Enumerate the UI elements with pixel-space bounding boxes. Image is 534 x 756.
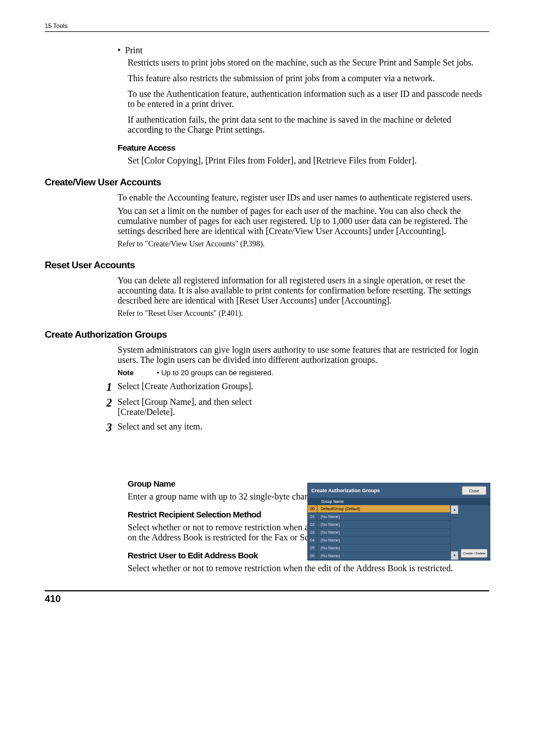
header-rule <box>45 31 489 32</box>
restrict-edit-body: Select whether or not to remove restrict… <box>128 563 484 573</box>
reset-p1: You can delete all registered informatio… <box>118 276 484 306</box>
header-breadcrumb: 15 Tools <box>45 22 489 29</box>
feature-access-body: Set [Color Copying], [Print Files from F… <box>128 156 484 166</box>
auth-groups-p1: System administrators can give login use… <box>118 345 484 365</box>
row-name: (No Name) <box>317 515 340 519</box>
ui-body: 00 DefaultGroup (Default) 01 (No Name) 0… <box>308 505 490 560</box>
row-name: (No Name) <box>317 546 340 550</box>
print-p4: If authentication fails, the print data … <box>128 115 484 135</box>
note-row: Note • Up to 20 groups can be registered… <box>118 368 489 377</box>
ui-list: 00 DefaultGroup (Default) 01 (No Name) 0… <box>308 505 450 560</box>
print-p2: This feature also restricts the submissi… <box>128 73 484 83</box>
bullet-dot: • <box>118 45 121 55</box>
list-item[interactable]: 01 (No Name) <box>308 513 450 521</box>
step-2-text: Select [Group Name], and then select [Cr… <box>118 397 305 417</box>
list-item[interactable]: 02 (No Name) <box>308 521 450 529</box>
ui-header: Create Authorization Groups Close <box>308 483 490 498</box>
row-name: (No Name) <box>317 530 340 534</box>
note-bullet: • <box>157 368 160 377</box>
list-item[interactable]: 06 (No Name) <box>308 552 450 560</box>
step-1-text: Select [Create Authorization Groups]. <box>118 381 254 391</box>
create-view-p1: To enable the Accounting feature, regist… <box>118 193 484 203</box>
note-body: Up to 20 groups can be registered. <box>161 368 273 377</box>
step-3-row: 3 Select and set any item. <box>101 422 489 433</box>
ui-side-panel: Create / Delete <box>458 505 490 560</box>
feature-access-heading: Feature Access <box>118 143 489 152</box>
step-2-num: 2 <box>101 397 112 408</box>
auth-groups-heading: Create Authorization Groups <box>45 329 489 340</box>
row-index: 03 <box>308 529 317 536</box>
row-index: 00 <box>308 505 317 512</box>
row-name: (No Name) <box>317 522 340 526</box>
step-1-num: 1 <box>101 381 112 393</box>
list-item[interactable]: 03 (No Name) <box>308 529 450 536</box>
row-index: 01 <box>308 513 317 520</box>
page-number: 410 <box>45 594 489 605</box>
reset-heading: Reset User Accounts <box>45 260 489 271</box>
create-delete-button[interactable]: Create / Delete <box>461 549 488 558</box>
row-name: DefaultGroup (Default) <box>317 507 360 511</box>
row-index: 05 <box>308 544 317 552</box>
step-3-text: Select and set any item. <box>118 422 203 432</box>
step-1-row: 1 Select [Create Authorization Groups]. <box>101 381 489 393</box>
scroll-down-button[interactable]: ▼ <box>451 551 458 560</box>
page: 15 Tools • Print Restricts users to prin… <box>0 0 534 627</box>
create-view-p2: You can set a limit on the number of pag… <box>118 206 484 236</box>
row-name: (No Name) <box>317 554 340 558</box>
row-index: 06 <box>308 552 317 559</box>
row-index: 02 <box>308 521 317 528</box>
print-bullet-row: • Print <box>118 45 484 55</box>
scroll-up-button[interactable]: ▲ <box>451 505 458 514</box>
ui-column-header: Group Name <box>308 498 490 505</box>
scroll-track[interactable] <box>451 514 458 551</box>
create-view-heading: Create/View User Accounts <box>45 177 489 188</box>
list-item[interactable]: 00 DefaultGroup (Default) <box>308 505 450 513</box>
create-view-ref: Refer to "Create/View User Accounts" (P.… <box>118 240 489 249</box>
note-text: • Up to 20 groups can be registered. <box>157 368 273 377</box>
note-label: Note <box>118 368 140 377</box>
ui-title: Create Authorization Groups <box>311 488 380 493</box>
print-p1: Restricts users to print jobs stored on … <box>128 58 484 68</box>
row-name: (No Name) <box>317 538 340 542</box>
step-3-num: 3 <box>101 422 112 433</box>
print-title: Print <box>125 45 143 55</box>
reset-ref: Refer to "Reset User Accounts" (P.401). <box>118 309 489 318</box>
close-button[interactable]: Close <box>462 486 486 495</box>
footer-rule <box>45 590 489 591</box>
row-index: 04 <box>308 536 317 544</box>
ui-panel: Create Authorization Groups Close Group … <box>307 483 490 561</box>
list-item[interactable]: 05 (No Name) <box>308 544 450 552</box>
print-p3: To use the Authentication feature, authe… <box>128 89 484 109</box>
step-2-row: 2 Select [Group Name], and then select [… <box>101 397 489 417</box>
list-item[interactable]: 04 (No Name) <box>308 536 450 544</box>
scrollbar[interactable]: ▲ ▼ <box>450 505 458 560</box>
